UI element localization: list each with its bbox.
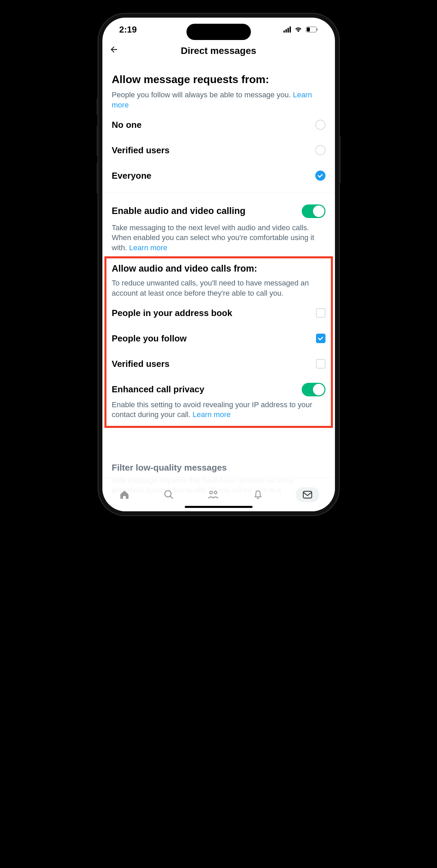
radio-option-no-one[interactable]: No one: [112, 112, 325, 138]
enhanced-privacy-toggle[interactable]: [302, 383, 325, 396]
section-subtitle: People you follow will always be able to…: [112, 90, 325, 110]
power-button: [339, 136, 341, 183]
enable-calling-toggle[interactable]: [302, 204, 325, 218]
home-icon: [119, 489, 130, 500]
divider: [102, 192, 335, 192]
checkbox-icon-checked: [316, 334, 325, 343]
option-label: Verified users: [112, 145, 170, 156]
highlighted-calls-section: Allow audio and video calls from: To red…: [104, 256, 333, 428]
svg-rect-2: [317, 28, 318, 31]
checkbox-option-following[interactable]: People you follow: [112, 326, 325, 351]
learn-more-link[interactable]: Learn more: [129, 243, 167, 252]
content: Allow message requests from: People you …: [102, 63, 335, 428]
phone-frame: 2:19 Direct messages Allow messa: [98, 14, 339, 515]
checkbox-option-address-book[interactable]: People in your address book: [112, 300, 325, 326]
checkbox-icon: [316, 308, 325, 318]
envelope-icon: [302, 490, 313, 499]
filter-title: Filter low-quality messages: [112, 462, 325, 473]
volume-up-button: [97, 125, 99, 156]
radio-icon: [315, 120, 325, 130]
svg-rect-7: [303, 491, 312, 498]
option-label: Everyone: [112, 171, 152, 181]
enable-calling-row: Enable audio and video calling: [112, 202, 325, 223]
search-icon: [163, 489, 174, 500]
screen: 2:19 Direct messages Allow messa: [102, 18, 335, 511]
tab-communities[interactable]: [206, 488, 220, 501]
enable-calling-label: Enable audio and video calling: [112, 206, 246, 216]
radio-icon-selected: [315, 171, 325, 181]
checkbox-icon: [316, 359, 325, 369]
radio-icon: [315, 145, 325, 155]
calling-subtitle: Take messaging to the next level with au…: [112, 223, 325, 253]
svg-line-4: [170, 496, 173, 499]
tab-search[interactable]: [162, 488, 176, 501]
checkbox-option-verified[interactable]: Verified users: [112, 351, 325, 377]
status-time: 2:19: [119, 24, 137, 35]
people-icon: [207, 489, 219, 500]
tab-notifications[interactable]: [251, 488, 265, 501]
option-label: People in your address book: [112, 308, 232, 318]
svg-rect-1: [307, 27, 310, 32]
dynamic-island: [186, 24, 251, 40]
wifi-icon: [294, 26, 302, 33]
home-indicator[interactable]: [185, 506, 253, 508]
tab-home[interactable]: [118, 488, 131, 501]
calls-from-subtitle: To reduce unwanted calls, you'll need to…: [112, 278, 325, 298]
back-button[interactable]: [109, 45, 123, 57]
tab-messages[interactable]: [296, 488, 319, 501]
enhanced-privacy-label: Enhanced call privacy: [112, 384, 204, 395]
nav-header: Direct messages: [102, 41, 335, 63]
option-label: Verified users: [112, 359, 170, 369]
battery-icon: [306, 26, 318, 33]
cellular-icon: [283, 26, 291, 33]
messages-pill: [296, 487, 319, 502]
calls-from-title: Allow audio and video calls from:: [112, 263, 325, 274]
enhanced-privacy-subtitle: Enable this setting to avoid revealing y…: [112, 400, 325, 420]
learn-more-link[interactable]: Learn more: [193, 410, 231, 419]
option-label: No one: [112, 120, 142, 130]
bell-icon: [253, 489, 263, 500]
enhanced-privacy-row: Enhanced call privacy: [112, 377, 325, 400]
option-label: People you follow: [112, 333, 187, 344]
svg-point-5: [210, 491, 213, 494]
calling-section: Enable audio and video calling Take mess…: [112, 202, 325, 253]
radio-option-everyone[interactable]: Everyone: [112, 163, 325, 189]
volume-down-button: [97, 163, 99, 193]
svg-point-6: [214, 491, 217, 494]
side-button: [97, 98, 99, 115]
page-title: Direct messages: [181, 45, 256, 56]
radio-option-verified[interactable]: Verified users: [112, 138, 325, 163]
message-requests-section: Allow message requests from: People you …: [112, 73, 325, 189]
section-title: Allow message requests from:: [112, 73, 325, 86]
svg-point-3: [165, 491, 171, 497]
